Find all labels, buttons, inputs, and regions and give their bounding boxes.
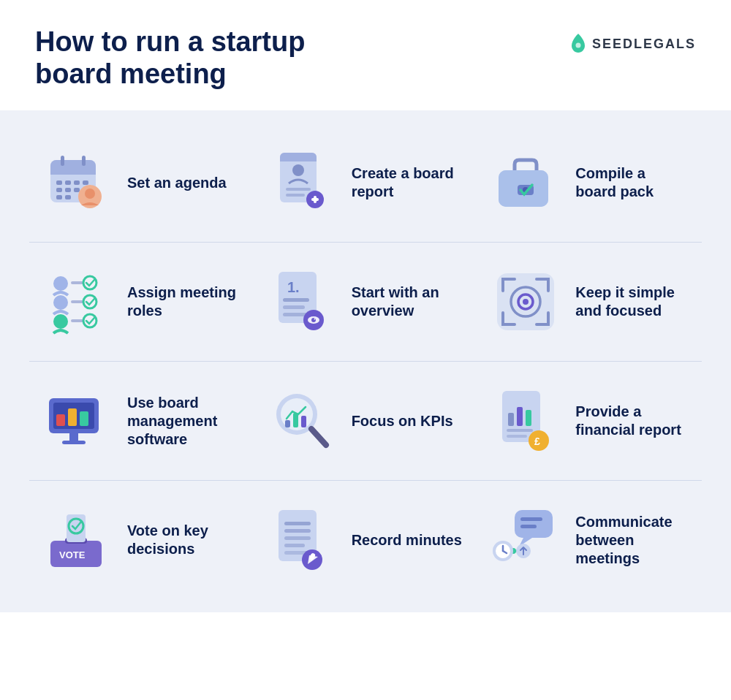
svg-rect-35: [71, 300, 84, 303]
people-check-icon: [41, 269, 114, 335]
svg-rect-71: [507, 435, 527, 438]
item-keep-it-simple-label: Keep it simple and focused: [575, 284, 690, 320]
svg-rect-88: [520, 517, 542, 521]
svg-rect-12: [65, 195, 71, 199]
svg-rect-63: [293, 413, 298, 427]
svg-rect-68: [517, 407, 523, 426]
calendar-icon: [41, 150, 114, 216]
svg-rect-70: [507, 429, 533, 432]
svg-point-37: [83, 276, 96, 289]
item-set-agenda-label: Set an agenda: [127, 174, 227, 192]
svg-rect-22: [286, 194, 305, 197]
svg-rect-62: [285, 420, 290, 427]
row-divider-1: [29, 242, 702, 243]
svg-rect-3: [50, 169, 96, 175]
item-provide-financial-report: £ Provide a financial report: [477, 372, 702, 470]
svg-rect-42: [283, 298, 309, 302]
svg-text:VOTE: VOTE: [59, 549, 86, 560]
item-set-agenda: Set an agenda: [29, 134, 254, 232]
svg-point-16: [85, 189, 95, 199]
svg-point-33: [53, 314, 68, 329]
chat-clock-icon: [489, 507, 562, 573]
item-record-minutes: Record minutes: [254, 491, 478, 589]
svg-rect-44: [283, 313, 308, 316]
svg-rect-67: [508, 413, 514, 426]
svg-rect-80: [284, 522, 311, 525]
svg-rect-7: [83, 180, 88, 185]
item-record-minutes-label: Record minutes: [352, 531, 462, 549]
svg-rect-59: [62, 441, 86, 444]
logo: SEEDLEGALS: [570, 34, 696, 54]
svg-rect-64: [301, 416, 306, 427]
svg-rect-9: [65, 188, 71, 192]
item-focus-on-kpis-label: Focus on KPIs: [352, 412, 453, 430]
magnify-chart-icon: [265, 388, 338, 454]
logo-text: SEEDLEGALS: [592, 37, 696, 52]
svg-point-48: [314, 319, 315, 320]
item-provide-financial-report-label: Provide a financial report: [575, 403, 690, 439]
row-divider-2: [29, 361, 702, 362]
svg-text:£: £: [534, 435, 540, 447]
svg-rect-19: [280, 157, 317, 161]
svg-rect-11: [56, 195, 62, 199]
svg-point-39: [83, 314, 96, 327]
svg-rect-56: [68, 408, 77, 426]
svg-rect-6: [74, 180, 80, 185]
svg-point-20: [292, 164, 304, 176]
svg-rect-14: [82, 156, 86, 166]
svg-rect-34: [71, 281, 84, 284]
svg-rect-13: [61, 156, 64, 166]
item-compile-board-pack: Compile a board pack: [477, 134, 702, 232]
briefcase-icon: [489, 150, 562, 216]
svg-point-31: [53, 276, 68, 291]
svg-rect-8: [56, 188, 62, 192]
item-start-with-overview-label: Start with an overview: [352, 284, 466, 320]
logo-seed: SEED: [592, 37, 634, 51]
document-pen-icon: [265, 507, 338, 573]
svg-rect-57: [80, 411, 88, 426]
vote-box-icon: VOTE: [41, 507, 114, 573]
svg-rect-4: [56, 180, 62, 185]
target-icon: [489, 269, 562, 335]
svg-rect-10: [74, 188, 80, 192]
item-start-with-overview: 1. Start with an overview: [254, 253, 478, 351]
svg-point-0: [575, 43, 580, 48]
svg-rect-82: [284, 536, 311, 540]
item-vote-on-decisions-label: Vote on key decisions: [127, 522, 242, 558]
item-create-board-report: Create a board report: [254, 134, 478, 232]
item-vote-on-decisions: VOTE Vote on key decisions: [29, 491, 254, 589]
document-chart-icon: £: [489, 388, 562, 454]
svg-rect-83: [284, 544, 305, 547]
document-eye-icon: 1.: [265, 269, 338, 335]
document-plus-icon: [265, 150, 338, 216]
item-use-board-software: Use board management software: [29, 372, 254, 470]
svg-rect-55: [56, 414, 65, 426]
item-compile-board-pack-label: Compile a board pack: [575, 164, 690, 201]
item-keep-it-simple: Keep it simple and focused: [477, 253, 702, 351]
item-focus-on-kpis: Focus on KPIs: [254, 372, 478, 470]
svg-text:1.: 1.: [287, 279, 300, 295]
monitor-icon: [41, 388, 114, 454]
header: How to run a startup board meeting SEEDL…: [0, 0, 731, 110]
svg-rect-5: [65, 180, 71, 185]
svg-rect-25: [314, 196, 317, 203]
svg-rect-58: [69, 433, 78, 441]
svg-point-32: [53, 295, 68, 310]
item-assign-meeting-roles-label: Assign meeting roles: [127, 284, 242, 320]
content-grid: Set an agenda Create a board report: [0, 110, 731, 612]
page-title: How to run a startup board meeting: [35, 26, 386, 90]
item-communicate-between-label: Communicate between meetings: [575, 513, 690, 568]
svg-point-52: [523, 299, 529, 305]
seedlegals-logo-icon: [570, 34, 586, 54]
svg-rect-69: [526, 410, 531, 426]
item-communicate-between: Communicate between meetings: [477, 491, 702, 589]
svg-rect-36: [71, 319, 84, 322]
svg-rect-21: [286, 188, 311, 191]
logo-legals: LEGALS: [634, 37, 696, 51]
row-divider-3: [29, 480, 702, 481]
svg-rect-89: [520, 525, 537, 528]
svg-rect-43: [283, 305, 305, 309]
svg-point-38: [83, 295, 96, 308]
svg-line-65: [311, 429, 326, 445]
item-create-board-report-label: Create a board report: [352, 164, 466, 201]
